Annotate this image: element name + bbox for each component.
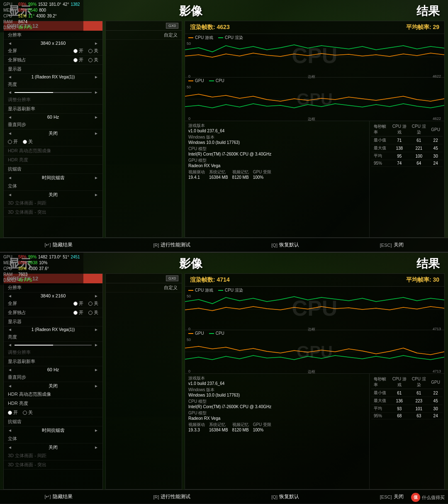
- adj-res-row-1: 调整分辨率: [4, 95, 102, 105]
- 3d-gap-label-1: 3D 立体画面 - 间距: [8, 200, 46, 206]
- hide-results-btn-2[interactable]: [↵] 隐藏结果: [44, 493, 72, 500]
- hdr-on-1[interactable]: 开: [8, 139, 18, 145]
- watermark-container: 值 什么值得买: [411, 493, 445, 502]
- stats-p95-cpu-render-2: 63: [409, 413, 429, 419]
- resolution-left-arrow-2[interactable]: ◄: [8, 294, 12, 298]
- refresh-val-row-1: ◄ 60 Hz ►: [4, 114, 102, 120]
- hud-cpu-watt-2: 37.6°: [39, 266, 49, 272]
- hud-label-gpu: GPU: [3, 2, 17, 7]
- brightness-track-2[interactable]: [15, 345, 92, 346]
- brightness-fill-2: [15, 345, 53, 346]
- exclusive-off-2[interactable]: 关: [88, 309, 98, 316]
- refresh-left-2[interactable]: ◄: [8, 368, 12, 372]
- brightness-row-2: 亮度: [4, 333, 102, 342]
- brightness-track-1[interactable]: [15, 92, 92, 93]
- exclusive-row-2: 全屏独占 开 关: [4, 308, 102, 317]
- chart2-x-start-1: 0: [188, 117, 190, 122]
- monitor-left-arrow-2[interactable]: ◄: [8, 327, 12, 332]
- restore-btn-1[interactable]: [Q] 恢复默认: [271, 241, 299, 248]
- stereo-right-2[interactable]: ►: [94, 445, 98, 450]
- resolution-left-arrow-1[interactable]: ◄: [8, 41, 12, 46]
- hud-cpu-watt: 39.2°: [47, 13, 56, 19]
- resolution-val-row-2: ◄ 3840 x 2160 ►: [4, 292, 102, 299]
- fullscreen-on-1[interactable]: 开: [73, 48, 83, 54]
- chart2-x-labels-2: 0 边框 4713: [185, 369, 444, 375]
- hdr-off-2[interactable]: 关: [23, 409, 33, 416]
- stereo-left-2[interactable]: ◄: [8, 445, 12, 450]
- sys-mem-label-1: 系统记忆: [209, 169, 228, 175]
- hud-overlay-2: GPU 58% 99% 1482 173.0° 51° 2451 MEM 60%…: [0, 253, 83, 285]
- gx0-area-2: GX0: [106, 274, 182, 283]
- hud-mem-usage-2: 60%: [18, 260, 27, 266]
- hdr-radio-row-2: 开 关: [4, 408, 102, 417]
- stats-thead-row-2: 每秒帧率 CPU 游戏 CPU 渲染 GPU: [371, 375, 443, 389]
- cpu-model-val-1: Intel(R) Core(TM) i7-2600K CPU @ 3.40GHz: [188, 152, 366, 156]
- monitor-right-arrow-2[interactable]: ►: [94, 327, 98, 332]
- fullscreen-off-1[interactable]: 关: [88, 48, 98, 54]
- exclusive-label-1: 全屏独占: [8, 57, 26, 63]
- aa-right-2[interactable]: ►: [94, 428, 98, 433]
- legend-dot-orange-1: [188, 37, 193, 38]
- cpu-chart-1: CPU 游戏 CPU 渲染 50 CPU 0: [185, 34, 444, 78]
- monitor-left-arrow-1[interactable]: ◄: [8, 75, 12, 79]
- vsync-right-1[interactable]: ►: [94, 131, 98, 136]
- brightness-right-1[interactable]: ►: [94, 90, 98, 95]
- restore-btn-2[interactable]: [Q] 恢复默认: [271, 493, 299, 500]
- vsync-left-1[interactable]: ◄: [8, 131, 12, 136]
- stereo-left-1[interactable]: ◄: [8, 192, 12, 197]
- hud-gpu-clock: 1532: [38, 2, 47, 7]
- brightness-left-2[interactable]: ◄: [8, 343, 12, 347]
- stats-max-label-2: 最大值: [371, 397, 390, 405]
- run-test-btn-2[interactable]: [R] 进行性能测试: [153, 493, 190, 500]
- stereo-right-1[interactable]: ►: [94, 192, 98, 197]
- render-frames-1: 渲染帧数: 4623: [190, 24, 230, 31]
- stats-max-row-2: 最大值 136 223 45: [371, 397, 443, 405]
- hdr-on-2[interactable]: 开: [8, 409, 18, 416]
- windows-row-2: Windows 版本 Windows 10.0 (build 17763): [188, 387, 366, 397]
- exclusive-off-1[interactable]: 关: [88, 57, 98, 63]
- hud-mem-val: 5540: [28, 7, 37, 13]
- hdr-on-dot-2: [8, 411, 12, 415]
- monitor-val-row-1: ◄ 1 (Radeon RX Vega(1)) ►: [4, 74, 102, 80]
- hide-results-btn-1[interactable]: [↵] 隐藏结果: [44, 241, 72, 248]
- vsync-right-2[interactable]: ►: [94, 384, 98, 388]
- aa-left-2[interactable]: ◄: [8, 428, 12, 433]
- stats-max-label-1: 最大值: [371, 144, 390, 152]
- stats-table-area-2: 每秒帧率 CPU 游戏 CPU 渲染 GPU 最小值 61: [370, 374, 444, 489]
- hide-key-2: [↵]: [44, 494, 51, 499]
- resolution-right-arrow-1[interactable]: ►: [94, 41, 98, 46]
- refresh-right-2[interactable]: ►: [94, 368, 98, 372]
- close-btn-1[interactable]: [ESC] 关闭: [380, 241, 404, 248]
- chart2-y-top-1: 50: [187, 85, 191, 89]
- fullscreen-off-2[interactable]: 关: [88, 300, 98, 307]
- vsync-left-2[interactable]: ◄: [8, 384, 12, 388]
- image-settings-content-2: [106, 292, 182, 417]
- run-test-btn-1[interactable]: [R] 进行性能测试: [153, 241, 190, 248]
- close-btn-2[interactable]: [ESC] 关闭: [380, 493, 404, 500]
- brightness-slider-row-2: ◄ ►: [4, 342, 102, 348]
- hud-row-gpu: GPU 69% 99% 1532 181.0° 42° 1382: [3, 2, 80, 7]
- stats-avg-cpu-render-2: 101: [409, 405, 429, 413]
- aa-left-1[interactable]: ◄: [8, 175, 12, 180]
- monitor-right-arrow-1[interactable]: ►: [94, 75, 98, 79]
- exclusive-on-2[interactable]: 开: [73, 309, 83, 316]
- vid-mem-row-1: 视频记忆 8120 MB: [232, 169, 249, 180]
- brightness-left-1[interactable]: ◄: [8, 90, 12, 95]
- hud-gpu-mem: 1382: [71, 2, 80, 7]
- cpu-model-label-1: CPU 模型: [188, 146, 366, 152]
- refresh-left-1[interactable]: ◄: [8, 115, 12, 119]
- hud-row-ram-2: RAM 7603: [3, 272, 80, 278]
- refresh-right-1[interactable]: ►: [94, 115, 98, 119]
- chart2-x-end-1: 4622: [433, 117, 441, 122]
- exclusive-on-1[interactable]: 开: [73, 57, 83, 63]
- info-left-2: 游戏版本 v1.0 build 237.6_64 Windows 版本 Wind…: [185, 374, 370, 489]
- windows-val-2: Windows 10.0 (build 17763): [188, 393, 366, 397]
- hdr-off-1[interactable]: 关: [23, 139, 33, 145]
- 3d-pop-label-2: 3D 立体画面 - 突出: [8, 462, 46, 468]
- brightness-right-2[interactable]: ►: [94, 343, 98, 347]
- aa-right-1[interactable]: ►: [94, 175, 98, 180]
- resolution-right-arrow-2[interactable]: ►: [94, 294, 98, 298]
- hud-overlay-1: GPU 69% 99% 1532 181.0° 42° 1382 MEM 69%…: [0, 0, 83, 32]
- monitor-value-2: 1 (Radeon RX Vega(1)): [15, 327, 92, 332]
- fullscreen-on-2[interactable]: 开: [73, 300, 83, 307]
